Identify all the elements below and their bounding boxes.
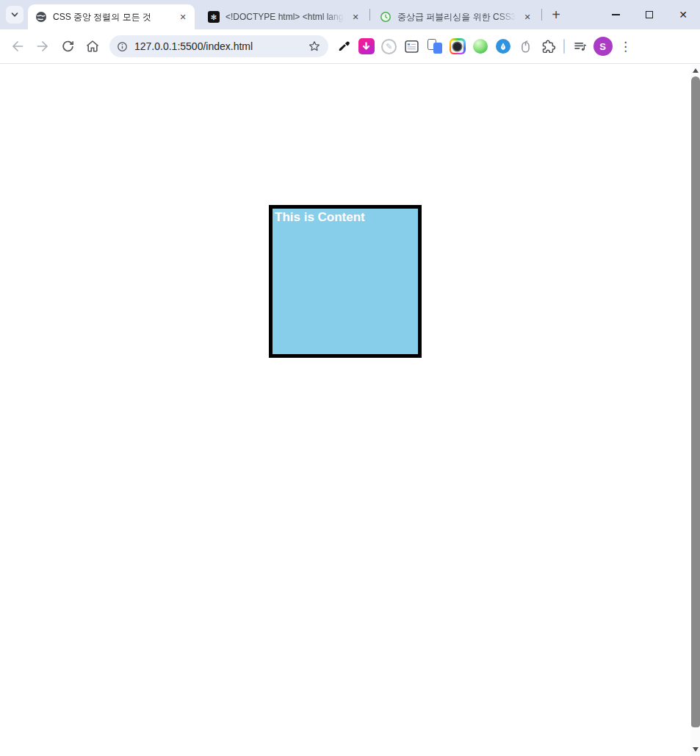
media-controls-button[interactable]	[569, 34, 591, 59]
forward-button[interactable]	[30, 34, 55, 59]
chevron-down-icon	[10, 10, 19, 19]
window-controls: ✕	[599, 0, 700, 29]
tab-close-icon[interactable]: ✕	[177, 11, 189, 23]
maximize-icon	[646, 11, 653, 18]
eyedropper-extension-icon[interactable]	[332, 34, 355, 59]
vertical-scrollbar[interactable]	[691, 65, 700, 756]
camera-lens-extension-icon[interactable]	[446, 34, 469, 59]
scroll-up-button[interactable]	[691, 65, 700, 76]
close-window-button[interactable]: ✕	[666, 0, 700, 29]
browser-menu-button[interactable]: ⋮	[614, 34, 637, 59]
page-layout-extension-icon[interactable]	[400, 34, 423, 59]
copy-pages-extension-icon[interactable]	[423, 34, 446, 59]
new-tab-button[interactable]: +	[546, 4, 566, 25]
home-icon	[85, 39, 100, 54]
dark-code-favicon-icon: ✻	[208, 11, 220, 23]
reload-icon	[61, 40, 75, 54]
pen-nib-icon	[496, 39, 510, 54]
url-text[interactable]: 127.0.0.1:5500/index.html	[134, 40, 301, 52]
page-viewport: This is Content	[0, 64, 700, 756]
kebab-menu-icon: ⋮	[619, 39, 632, 54]
download-arrow-icon	[358, 38, 375, 54]
tab-close-icon[interactable]: ✕	[350, 11, 361, 23]
content-box-text: This is Content	[273, 209, 418, 226]
address-bar[interactable]: 127.0.0.1:5500/index.html	[109, 35, 328, 57]
scroll-down-arrow-icon	[693, 747, 699, 752]
tab-css3-publishing[interactable]: 중상급 퍼블리싱을 위한 CSS3 ✕	[372, 4, 539, 29]
tab-css-centering[interactable]: CSS 중앙 정렬의 모든 것 ✕	[28, 4, 195, 29]
tab-title: CSS 중앙 정렬의 모든 것	[53, 11, 171, 24]
close-icon: ✕	[679, 10, 688, 20]
tab-doctype-html[interactable]: ✻ <!DOCTYPE html> <html lang ✕	[201, 4, 367, 29]
back-button[interactable]	[5, 34, 30, 59]
front-page-shape	[433, 43, 442, 54]
avatar: S	[593, 37, 613, 56]
tab-strip: CSS 중앙 정렬의 모든 것 ✕ ✻ <!DOCTYPE html> <htm…	[0, 0, 700, 29]
profile-avatar[interactable]: S	[591, 34, 614, 59]
maximize-button[interactable]	[632, 0, 666, 29]
tab-title: 중상급 퍼블리싱을 위한 CSS3	[397, 11, 516, 24]
mouse-extension-icon[interactable]	[514, 34, 537, 59]
browser-toolbar: 127.0.0.1:5500/index.html ✎	[0, 29, 700, 63]
playlist-music-icon	[573, 39, 588, 54]
scrollbar-thumb[interactable]	[691, 76, 700, 727]
pencil-disabled-extension-icon[interactable]: ✎	[378, 34, 400, 59]
home-button[interactable]	[80, 34, 105, 59]
green-orb-extension-icon[interactable]	[469, 34, 491, 59]
scroll-up-arrow-icon	[693, 68, 699, 73]
globe-favicon-icon	[35, 11, 47, 23]
green-clock-favicon-icon	[380, 11, 392, 23]
forward-arrow-icon	[35, 39, 50, 54]
scroll-down-button[interactable]	[691, 744, 700, 755]
tab-close-icon[interactable]: ✕	[522, 11, 533, 23]
tab-search-button[interactable]	[6, 6, 24, 24]
tab-divider	[541, 9, 542, 21]
bookmark-star-icon[interactable]	[308, 40, 321, 53]
back-arrow-icon	[10, 39, 25, 54]
video-downloader-extension-icon[interactable]	[355, 34, 378, 59]
site-info-icon[interactable]	[117, 41, 128, 52]
minimize-icon	[612, 14, 620, 15]
pen-nib-extension-icon[interactable]	[491, 34, 514, 59]
tab-divider	[369, 9, 370, 21]
reload-button[interactable]	[55, 34, 80, 59]
minimize-button[interactable]	[599, 0, 632, 29]
content-box: This is Content	[269, 205, 422, 358]
extensions-puzzle-icon[interactable]	[537, 34, 560, 59]
toolbar-separator	[563, 39, 565, 54]
tab-title: <!DOCTYPE html> <html lang	[225, 12, 344, 22]
browser-window: CSS 중앙 정렬의 모든 것 ✕ ✻ <!DOCTYPE html> <htm…	[0, 0, 700, 756]
